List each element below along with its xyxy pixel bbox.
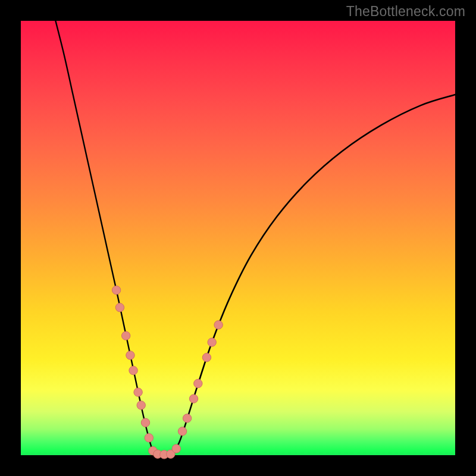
plot-area: [21, 21, 455, 455]
data-marker: [126, 351, 134, 359]
data-marker: [208, 338, 216, 346]
data-marker: [172, 444, 180, 453]
data-marker: [141, 418, 149, 427]
data-marker: [145, 434, 153, 442]
data-marker: [137, 401, 145, 409]
data-marker: [183, 414, 191, 422]
data-marker: [189, 394, 198, 403]
marker-group: [112, 286, 223, 459]
data-marker: [134, 388, 142, 396]
data-marker: [112, 286, 120, 294]
watermark-text: TheBottleneck.com: [346, 4, 465, 20]
data-marker: [178, 427, 186, 436]
data-marker: [202, 353, 211, 362]
data-marker: [115, 303, 124, 312]
chart-svg: [21, 21, 455, 455]
data-marker: [214, 321, 223, 329]
curve-right-branch: [173, 95, 456, 454]
chart-root: TheBottleneck.com: [0, 0, 476, 476]
data-marker: [129, 366, 137, 374]
curve-group: [55, 21, 455, 455]
data-marker: [194, 379, 202, 387]
data-marker: [121, 331, 130, 340]
